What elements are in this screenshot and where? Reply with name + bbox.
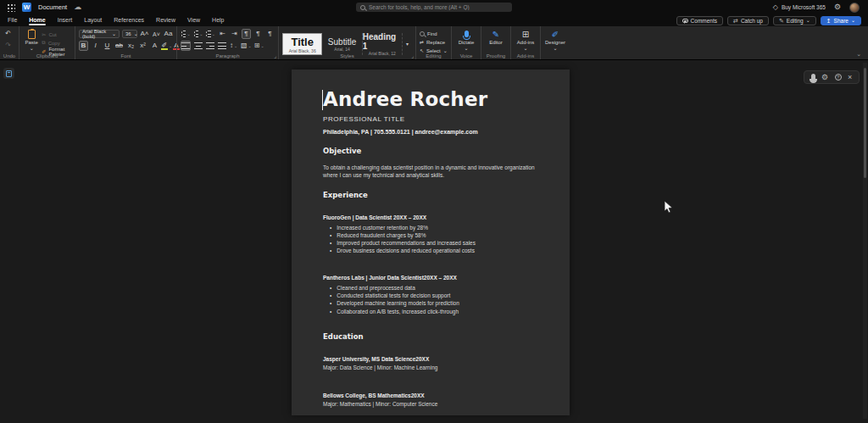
- list-item[interactable]: •Drove business decisions and reduced op…: [323, 247, 538, 254]
- tab-review[interactable]: Review: [156, 15, 175, 25]
- editor-button[interactable]: ✎ Editor: [485, 28, 507, 45]
- list-item[interactable]: •Collaborated on A/B tests, increased cl…: [323, 308, 538, 315]
- education-entry[interactable]: Bellows College, BS Mathematics20XX Majo…: [323, 392, 538, 407]
- align-right-button[interactable]: [205, 41, 214, 51]
- ribbon-collapse-icon[interactable]: ⌄: [856, 51, 861, 58]
- borders-icon[interactable]: ⊞⌄: [254, 41, 264, 51]
- resume-contact-line[interactable]: Philadelphia, PA | 705.555.0121 | andree…: [323, 129, 538, 135]
- list-item[interactable]: •Conducted statistical tests for decisio…: [323, 292, 538, 299]
- settings-gear-icon[interactable]: ⚙: [834, 3, 841, 11]
- account-avatar[interactable]: [849, 3, 860, 13]
- align-left-button[interactable]: [181, 41, 191, 51]
- buy-microsoft-365-button[interactable]: ◇ Buy Microsoft 365: [773, 4, 826, 11]
- bullet-list-icon[interactable]: ⌄: [181, 29, 191, 39]
- school-detail[interactable]: Major: Mathematics | Minor: Computer Sci…: [323, 401, 538, 407]
- style-subtitle[interactable]: Subtitle Arial, 14: [322, 33, 362, 55]
- styles-dialog-launcher-icon[interactable]: ⌟: [411, 53, 414, 58]
- dictate-button[interactable]: Dictate ⌄: [455, 28, 477, 51]
- paragraph-dialog-launcher-icon[interactable]: ⌟: [274, 53, 276, 58]
- search-box[interactable]: [356, 3, 512, 12]
- highlight-color-swatch: [161, 48, 168, 50]
- school-title[interactable]: Bellows College, BS Mathematics20XX: [323, 392, 538, 398]
- multilevel-list-icon[interactable]: ⌄: [205, 29, 215, 39]
- list-item[interactable]: •Increased customer retention by 28%: [323, 224, 538, 231]
- document-page[interactable]: Andree Rocher PROFESSIONAL TITLE Philade…: [292, 70, 570, 415]
- shading-icon[interactable]: ▧⌄: [241, 41, 252, 51]
- show-formatting-icon[interactable]: ¶: [265, 29, 275, 39]
- objective-text[interactable]: To obtain a challenging data scientist p…: [323, 164, 535, 180]
- text-effects-icon[interactable]: A: [150, 41, 159, 51]
- resume-professional-title[interactable]: PROFESSIONAL TITLE: [323, 115, 538, 123]
- list-item[interactable]: •Cleaned and preprocessed data: [323, 284, 538, 292]
- bold-button[interactable]: B: [79, 41, 88, 51]
- underline-button[interactable]: U: [103, 41, 112, 51]
- school-detail[interactable]: Major: Data Science | Minor: Machine Lea…: [323, 365, 538, 370]
- vertical-scrollbar[interactable]: [863, 63, 867, 419]
- tab-home[interactable]: Home: [29, 15, 45, 25]
- comments-button[interactable]: Comments: [676, 16, 723, 25]
- change-case-icon[interactable]: Aa: [164, 29, 173, 39]
- highlight-color-button[interactable]: ✐⌄: [162, 41, 171, 51]
- experience-heading[interactable]: Experience: [323, 191, 538, 199]
- microphone-icon[interactable]: [811, 74, 815, 81]
- shrink-font-icon[interactable]: A˅: [152, 29, 161, 39]
- tab-layout[interactable]: Layout: [84, 15, 102, 25]
- italic-button[interactable]: I: [91, 41, 100, 51]
- font-size-select[interactable]: 36 ⌄: [122, 30, 137, 38]
- paste-button[interactable]: Paste ⌄: [23, 28, 40, 52]
- addins-button[interactable]: ⊞ Add-ins ⌄: [515, 28, 537, 51]
- style-title[interactable]: Title Arial Black, 36: [282, 33, 322, 55]
- redo-icon[interactable]: ↷: [3, 41, 13, 51]
- decrease-indent-icon[interactable]: ⇤: [218, 29, 227, 39]
- objective-heading[interactable]: Objective: [323, 147, 538, 155]
- job-title[interactable]: FluoroGen | Data Scientist 20XX – 20XX: [323, 214, 538, 220]
- dictation-settings-gear-icon[interactable]: ⚙: [821, 74, 828, 81]
- list-item[interactable]: •Developed machine learning models for p…: [323, 299, 538, 307]
- document-title[interactable]: Document: [38, 3, 67, 11]
- word-logo-icon[interactable]: W: [22, 3, 31, 12]
- education-heading[interactable]: Education: [323, 332, 538, 341]
- scrollbar-thumb[interactable]: [864, 68, 866, 178]
- styles-more-icon[interactable]: ▾: [403, 39, 412, 49]
- close-icon[interactable]: ×: [848, 74, 852, 81]
- help-icon[interactable]: ?: [835, 74, 842, 81]
- font-family-select[interactable]: Arial Black (bold) ⌄: [79, 30, 120, 38]
- grow-font-icon[interactable]: A˄: [140, 29, 149, 39]
- justify-button[interactable]: [217, 41, 226, 51]
- search-input[interactable]: [369, 4, 508, 10]
- find-button[interactable]: Find: [420, 30, 448, 37]
- tab-references[interactable]: References: [114, 15, 144, 25]
- school-title[interactable]: Jasper University, MS Data Science20XX: [323, 356, 538, 362]
- editing-mode-button[interactable]: ✎ Editing ⌄: [773, 16, 816, 25]
- save-status-icon[interactable]: ☁: [74, 3, 81, 11]
- navigation-pane-button[interactable]: [3, 68, 14, 79]
- tab-view[interactable]: View: [187, 15, 200, 25]
- group-label-editing: Editing: [416, 53, 451, 58]
- align-center-button[interactable]: [193, 41, 203, 51]
- job-title[interactable]: Pantheros Labs | Junior Data Scientist20…: [323, 275, 538, 281]
- strikethrough-button[interactable]: ab: [114, 41, 124, 51]
- numbered-list-icon[interactable]: ⌄: [193, 29, 203, 39]
- catch-up-button[interactable]: ⇄ Catch up: [727, 16, 769, 25]
- designer-button[interactable]: ✐ Designer ⌄: [544, 28, 566, 51]
- resume-name[interactable]: Andree Rocher: [323, 88, 538, 110]
- share-button[interactable]: ↥ Share ⌄: [821, 16, 861, 25]
- style-heading1[interactable]: Heading 1 Arial Black, 12: [363, 33, 403, 55]
- cut-button[interactable]: ✂ Cut: [42, 31, 71, 38]
- list-item[interactable]: •Reduced fraudulent charges by 58%: [323, 231, 538, 239]
- app-launcher-icon[interactable]: [7, 3, 15, 12]
- tab-file[interactable]: File: [8, 15, 17, 25]
- education-entry[interactable]: Jasper University, MS Data Science20XX M…: [323, 356, 538, 370]
- undo-icon[interactable]: ↶: [3, 29, 13, 39]
- ltr-paragraph-icon[interactable]: ¶: [242, 29, 251, 39]
- line-spacing-icon[interactable]: ↕⌄: [229, 41, 238, 51]
- group-label-voice: Voice: [452, 53, 481, 58]
- rtl-paragraph-icon[interactable]: ¶: [253, 29, 263, 39]
- replace-button[interactable]: ⇄ Replace: [420, 38, 448, 46]
- list-item[interactable]: •Improved product recommendations and in…: [323, 239, 538, 247]
- superscript-button[interactable]: x²: [138, 41, 147, 51]
- tab-insert[interactable]: Insert: [58, 15, 73, 25]
- tab-help[interactable]: Help: [212, 15, 224, 25]
- subscript-button[interactable]: x₂: [126, 41, 136, 51]
- increase-indent-icon[interactable]: ⇥: [230, 29, 239, 39]
